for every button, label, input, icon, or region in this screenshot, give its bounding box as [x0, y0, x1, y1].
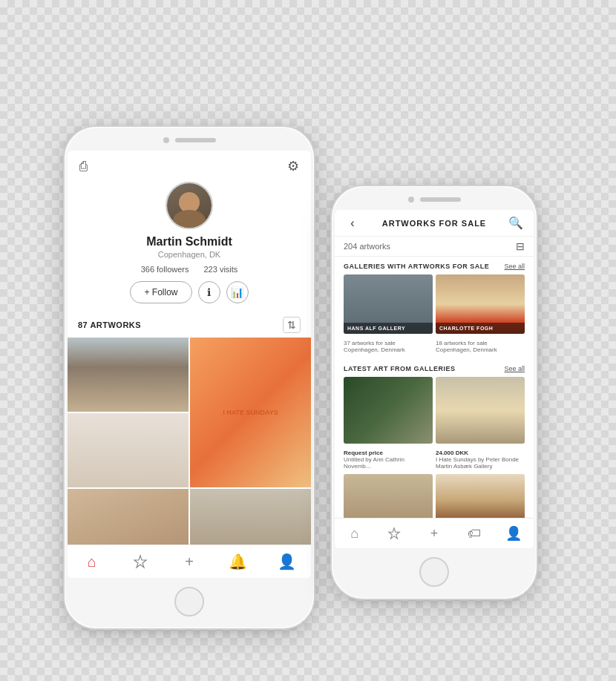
- art-price-2: 24.000 DKK: [436, 450, 525, 456]
- gallery-info-1: 37 artworks for sale Copenhagen, Denmark: [344, 340, 433, 353]
- art-info-2: 24.000 DKK I Hate Sundays by Peter Bonde…: [436, 450, 525, 470]
- art-card-sm-1[interactable]: [344, 474, 433, 518]
- gallery-location-2: Copenhagen, Denmark: [436, 346, 525, 353]
- phone-1: ⎙ ⚙ Martin Schmidt Copenhagen, DK 366 fo…: [63, 125, 315, 630]
- avatar-image: [167, 183, 212, 228]
- phone-1-bottom: [65, 578, 314, 628]
- phone-1-screen: ⎙ ⚙ Martin Schmidt Copenhagen, DK 366 fo…: [68, 151, 311, 578]
- follow-button[interactable]: + Follow: [130, 281, 191, 303]
- filter-icon[interactable]: ⊟: [516, 240, 525, 252]
- art-card-infos: Request price Untitled by Ann Cathrin No…: [335, 448, 534, 474]
- gallery-info-2: 18 artworks for sale Copenhagen, Denmark: [436, 340, 525, 353]
- home-button-1[interactable]: [174, 587, 204, 616]
- back-button[interactable]: ‹: [344, 217, 361, 230]
- artwork-cell-4[interactable]: [68, 489, 189, 545]
- settings-icon[interactable]: ⚙: [287, 158, 299, 174]
- phone-2-bottom: [332, 548, 537, 599]
- speaker-1: [175, 138, 216, 142]
- p2-subbar: 204 artworks ⊟: [335, 237, 534, 257]
- profile-stats: 366 followers 223 visits: [141, 265, 238, 274]
- art-info-1: Request price Untitled by Ann Cathrin No…: [344, 450, 433, 470]
- profile-section: Martin Schmidt Copenhagen, DK 366 follow…: [68, 179, 311, 311]
- nav-profile[interactable]: 👤: [273, 551, 300, 572]
- speaker-2: [420, 197, 461, 202]
- art-price-1: Request price: [344, 450, 433, 456]
- art-title-1: Untitled by Ann Cathrin Novemb...: [344, 456, 433, 470]
- profile-location: Copenhagen, DK: [158, 250, 220, 259]
- artwork-cell-3[interactable]: [68, 413, 189, 487]
- phone-2-screen: ‹ ARTWORKS FOR SALE 🔍 204 artworks ⊟ GAL…: [335, 210, 534, 548]
- latest-art-row-2: [335, 474, 534, 518]
- artwork-grid: [68, 338, 311, 545]
- artworks-total-count: 204 artworks: [344, 242, 390, 251]
- svg-marker-1: [389, 528, 399, 539]
- gallery-card-1[interactable]: HANS ALF GALLERY: [344, 274, 433, 334]
- latest-see-all[interactable]: See all: [504, 365, 525, 372]
- galleries-section-label: GALLERIES WITH ARTWORKS FOR SALE: [344, 263, 489, 270]
- p2-nav-add[interactable]: +: [422, 524, 446, 542]
- camera-2: [408, 197, 414, 203]
- share-icon[interactable]: ⎙: [79, 159, 88, 174]
- p2-page-title: ARTWORKS FOR SALE: [361, 219, 507, 228]
- scene: ⎙ ⚙ Martin Schmidt Copenhagen, DK 366 fo…: [41, 22, 575, 659]
- artwork-cell-1[interactable]: [68, 338, 189, 412]
- sort-icon[interactable]: ⇅: [283, 317, 301, 333]
- info-button[interactable]: ℹ: [198, 281, 220, 303]
- gallery-row: HANS ALF GALLERY CHARLOTTE FOGH: [335, 274, 534, 340]
- gallery-artworks-1: 37 artworks for sale: [344, 340, 433, 346]
- avatar-body: [173, 210, 206, 229]
- art-card-1[interactable]: [344, 377, 433, 444]
- search-button[interactable]: 🔍: [507, 216, 525, 230]
- latest-section-label: LATEST ART FROM GALLERIES: [344, 365, 456, 372]
- artworks-count-label: 87 ARTWORKS: [78, 320, 141, 329]
- art-title-2: I Hate Sundays by Peter Bonde: [436, 456, 525, 463]
- chart-button[interactable]: 📊: [226, 281, 249, 303]
- avatar: [166, 182, 213, 229]
- gallery-location-1: Copenhagen, Denmark: [344, 346, 433, 353]
- nav-explore[interactable]: [127, 551, 154, 572]
- p2-nav-profile[interactable]: 👤: [502, 524, 525, 542]
- artwork-cell-5[interactable]: [190, 489, 311, 545]
- gallery-card-2[interactable]: CHARLOTTE FOGH: [436, 274, 525, 334]
- art-card-2[interactable]: [436, 377, 525, 444]
- followers-stat: 366 followers: [141, 265, 189, 274]
- p2-navbar: ‹ ARTWORKS FOR SALE 🔍: [335, 210, 534, 237]
- p2-nav-home[interactable]: ⌂: [343, 524, 367, 542]
- artwork-cell-2[interactable]: [190, 338, 311, 487]
- bottom-nav-1: ⌂ + 🔔 👤: [68, 545, 311, 578]
- gallery-infos: 37 artworks for sale Copenhagen, Denmark…: [335, 340, 534, 359]
- artworks-header: 87 ARTWORKS ⇅: [68, 311, 311, 338]
- gallery-name-1: HANS ALF GALLERY: [344, 323, 433, 334]
- nav-home[interactable]: ⌂: [79, 551, 105, 572]
- nav-add[interactable]: +: [176, 551, 203, 572]
- profile-header: ⎙ ⚙: [68, 151, 311, 179]
- profile-actions: + Follow ℹ 📊: [130, 281, 248, 303]
- svg-marker-0: [134, 556, 146, 568]
- visits-stat: 223 visits: [203, 265, 237, 274]
- p2-nav-explore[interactable]: [382, 524, 406, 542]
- p2-nav-tag[interactable]: 🏷: [462, 524, 486, 542]
- gallery-artworks-2: 18 artworks for sale: [436, 340, 525, 346]
- galleries-section-header: GALLERIES WITH ARTWORKS FOR SALE See all: [335, 257, 534, 274]
- profile-name: Martin Schmidt: [146, 235, 232, 249]
- gallery-name-2: CHARLOTTE FOGH: [436, 323, 525, 334]
- bottom-nav-2: ⌂ + 🏷 👤: [335, 518, 534, 548]
- art-subtitle-2: Martin Asbæk Gallery: [436, 463, 525, 470]
- latest-art-row: [335, 377, 534, 448]
- nav-notifications[interactable]: 🔔: [225, 551, 252, 572]
- galleries-see-all[interactable]: See all: [504, 263, 525, 270]
- phone-2: ‹ ARTWORKS FOR SALE 🔍 204 artworks ⊟ GAL…: [330, 185, 538, 600]
- latest-section-header: LATEST ART FROM GALLERIES See all: [335, 359, 534, 377]
- camera-1: [163, 137, 169, 143]
- phone-2-top: [332, 186, 537, 210]
- home-button-2[interactable]: [419, 557, 449, 587]
- art-card-sm-2[interactable]: [436, 474, 525, 518]
- phone-1-top: [65, 127, 314, 151]
